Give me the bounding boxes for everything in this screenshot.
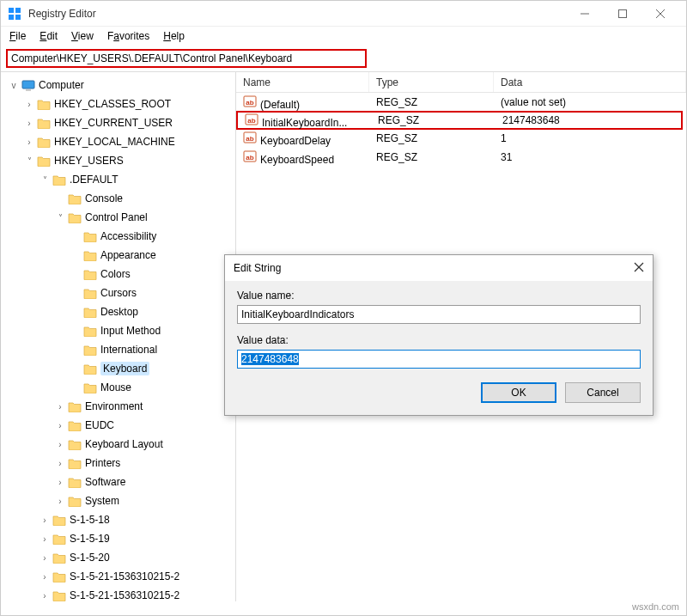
value-name-input[interactable]: InitialKeyboardIndicators (237, 305, 641, 324)
tree-item-label: S-1-5-21-1536310215-2 (70, 570, 179, 582)
close-button[interactable] (641, 1, 679, 27)
tree-pane[interactable]: v Computer ›HKEY_CLASSES_ROOT›HKEY_CURRE… (1, 72, 236, 601)
tree-item[interactable]: ›HKEY_CLASSES_ROOT (8, 95, 235, 113)
expander-icon[interactable]: › (54, 497, 66, 506)
window-controls (566, 1, 679, 27)
tree-item[interactable]: ›S-1-5-21-1536310215-2 (8, 567, 235, 586)
menu-file[interactable]: File (9, 30, 26, 42)
expander-icon[interactable]: › (39, 534, 51, 544)
expander-icon[interactable]: ˅ (23, 156, 35, 166)
svg-rect-1 (15, 8, 21, 13)
tree-item[interactable]: ›Software (8, 473, 235, 491)
maximize-button[interactable] (604, 1, 641, 27)
cell-data: 2147483648 (495, 114, 681, 126)
tree-item[interactable]: ˅.DEFAULT (8, 170, 235, 189)
tree-item[interactable]: ›Printers (8, 454, 235, 473)
list-row[interactable]: ab(Default)REG_SZ(value not set) (236, 93, 686, 112)
tree-item[interactable]: ›S-1-5-21-1536310215-2 (8, 586, 235, 601)
tree-item[interactable]: ›Environment (8, 397, 235, 416)
expander-icon[interactable]: › (39, 515, 51, 525)
tree-item[interactable]: Colors (8, 265, 235, 284)
tree-item[interactable]: Mouse (8, 378, 235, 397)
menubar: File Edit View Favorites Help (1, 27, 686, 46)
address-bar[interactable]: Computer\HKEY_USERS\.DEFAULT\Control Pan… (6, 49, 367, 68)
window-title: Registry Editor (28, 8, 96, 20)
col-type[interactable]: Type (369, 72, 494, 92)
dialog-title: Edit String (234, 262, 281, 274)
tree-item[interactable]: ˅HKEY_USERS (8, 151, 235, 170)
value-data-input[interactable]: 2147483648 (237, 350, 641, 369)
tree-item-label: S-1-5-21-1536310215-2 (70, 589, 179, 601)
string-value-icon: ab (245, 113, 258, 126)
folder-icon (68, 212, 82, 223)
tree-item[interactable]: ›S-1-5-18 (8, 510, 235, 529)
menu-view[interactable]: View (71, 30, 94, 42)
cell-name: abKeyboardSpeed (236, 149, 369, 166)
value-name-label: Value name: (237, 290, 641, 302)
expander-icon[interactable]: › (54, 478, 66, 487)
expander-icon[interactable]: ˅ (54, 213, 66, 223)
tree-item[interactable]: ›HKEY_CURRENT_USER (8, 113, 235, 132)
tree-item[interactable]: ›Keyboard Layout (8, 435, 235, 454)
close-icon[interactable] (634, 261, 644, 275)
expander-icon[interactable]: › (23, 100, 35, 109)
watermark: wsxdn.com (632, 601, 679, 612)
folder-icon (68, 477, 82, 488)
tree-item[interactable]: Input Method (8, 321, 235, 340)
chevron-down-icon[interactable]: v (8, 81, 20, 90)
svg-text:ab: ab (247, 117, 255, 125)
dialog-buttons: OK Cancel (237, 382, 641, 403)
expander-icon[interactable]: › (23, 119, 35, 128)
tree-item[interactable]: International (8, 340, 235, 359)
folder-icon (83, 250, 97, 261)
expander-icon[interactable]: › (54, 402, 66, 412)
tree-item-label: HKEY_USERS (54, 155, 124, 167)
tree-item[interactable]: Desktop (8, 302, 235, 321)
tree-item[interactable]: ›S-1-5-19 (8, 529, 235, 548)
col-data[interactable]: Data (494, 72, 686, 92)
expander-icon[interactable]: › (39, 572, 51, 582)
tree-item-label: Input Method (100, 325, 161, 337)
svg-rect-8 (22, 81, 34, 88)
folder-icon (83, 345, 97, 356)
expander-icon[interactable]: ˅ (39, 175, 51, 185)
expander-icon[interactable]: › (39, 553, 51, 563)
tree-item[interactable]: ›System (8, 491, 235, 510)
tree-item[interactable]: ›HKEY_LOCAL_MACHINE (8, 132, 235, 151)
cell-type: REG_SZ (371, 114, 495, 126)
tree-item[interactable]: Keyboard (8, 359, 235, 378)
tree-item[interactable]: Accessibility (8, 227, 235, 246)
list-row[interactable]: abInitialKeyboardIn...REG_SZ2147483648 (236, 111, 683, 130)
tree-root[interactable]: v Computer (8, 76, 235, 95)
menu-help[interactable]: Help (163, 30, 185, 42)
tree-item-label: Desktop (100, 306, 138, 318)
tree-item-label: International (100, 344, 157, 356)
list-row[interactable]: abKeyboardDelayREG_SZ1 (236, 129, 686, 148)
cancel-button[interactable]: Cancel (565, 382, 641, 403)
tree-item[interactable]: Console (8, 189, 235, 208)
expander-icon[interactable]: › (54, 440, 66, 449)
expander-icon[interactable]: › (54, 421, 66, 430)
folder-icon (83, 307, 97, 318)
menu-edit[interactable]: Edit (40, 30, 58, 42)
folder-icon (68, 439, 82, 450)
minimize-button[interactable] (566, 1, 604, 27)
list-row[interactable]: abKeyboardSpeedREG_SZ31 (236, 148, 686, 167)
cell-data: (value not set) (494, 96, 686, 108)
expander-icon[interactable]: › (54, 459, 66, 468)
expander-icon[interactable]: › (23, 137, 35, 147)
tree-item-label: S-1-5-18 (70, 514, 110, 526)
folder-icon (52, 590, 66, 601)
string-value-icon: ab (243, 95, 257, 108)
tree-item[interactable]: ›EUDC (8, 416, 235, 435)
menu-favorites[interactable]: Favorites (107, 30, 149, 42)
folder-icon (52, 552, 66, 564)
tree-item[interactable]: Appearance (8, 246, 235, 265)
tree-item[interactable]: ›S-1-5-20 (8, 548, 235, 567)
expander-icon[interactable]: › (39, 591, 51, 601)
col-name[interactable]: Name (236, 72, 369, 92)
svg-rect-2 (9, 15, 14, 20)
ok-button[interactable]: OK (481, 382, 556, 403)
tree-item[interactable]: ˅Control Panel (8, 208, 235, 227)
tree-item[interactable]: Cursors (8, 284, 235, 302)
